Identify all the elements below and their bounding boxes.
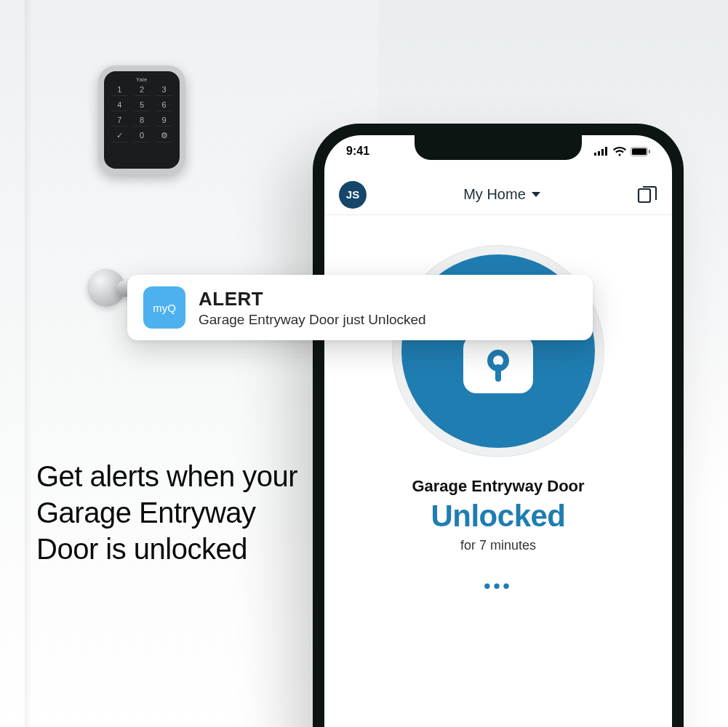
keypad-key: 4 bbox=[111, 100, 128, 111]
keypad-key: 8 bbox=[134, 116, 151, 126]
notification-toast[interactable]: myQ ALERT Garage Entryway Door just Unlo… bbox=[127, 275, 593, 340]
keypad-key: 5 bbox=[134, 100, 151, 111]
device-duration: for 7 minutes bbox=[460, 538, 536, 553]
keypad-brand: Yale bbox=[136, 77, 148, 82]
svg-rect-7 bbox=[639, 189, 650, 202]
svg-rect-6 bbox=[649, 150, 650, 153]
toast-message: Garage Entryway Door just Unlocked bbox=[199, 312, 426, 328]
smart-lock-keypad: Yale 1 2 3 4 5 6 7 8 9 ✓ 0 ⚙ bbox=[98, 65, 185, 174]
chevron-down-icon bbox=[532, 192, 540, 197]
svg-rect-0 bbox=[594, 153, 596, 156]
svg-rect-1 bbox=[598, 151, 600, 156]
keypad-key: 9 bbox=[156, 116, 172, 126]
keypad-key: 7 bbox=[111, 116, 128, 126]
keypad-key: ✓ bbox=[111, 131, 128, 142]
keypad-key: 6 bbox=[156, 100, 172, 111]
cellular-signal-icon bbox=[594, 147, 609, 156]
keypad-key: 1 bbox=[111, 85, 128, 96]
svg-rect-2 bbox=[601, 149, 604, 156]
app-header: JS My Home bbox=[324, 174, 672, 215]
rooms-icon[interactable] bbox=[637, 186, 657, 204]
keypad-key: 0 bbox=[134, 131, 151, 142]
keypad-key: ⚙ bbox=[156, 131, 172, 142]
device-name: Garage Entryway Door bbox=[412, 477, 584, 496]
wifi-icon bbox=[613, 147, 626, 156]
home-selector[interactable]: My Home bbox=[463, 186, 540, 203]
svg-rect-10 bbox=[495, 364, 501, 382]
marketing-caption: Get alerts when your Garage Entryway Doo… bbox=[36, 458, 298, 567]
toast-title: ALERT bbox=[199, 288, 426, 310]
keypad-key: 3 bbox=[156, 85, 172, 96]
svg-rect-5 bbox=[632, 148, 647, 155]
phone-screen: 9:41 JS My Home bbox=[324, 135, 672, 727]
battery-icon bbox=[631, 147, 650, 156]
more-options-button[interactable]: ••• bbox=[484, 575, 512, 598]
device-status: Unlocked bbox=[431, 499, 565, 534]
toast-app-icon: myQ bbox=[143, 286, 185, 329]
status-time: 9:41 bbox=[346, 145, 369, 158]
phone-frame: 9:41 JS My Home bbox=[313, 124, 684, 727]
phone-notch bbox=[415, 135, 582, 160]
svg-rect-3 bbox=[605, 147, 607, 156]
avatar[interactable]: JS bbox=[339, 181, 367, 209]
keypad-key: 2 bbox=[134, 85, 151, 96]
home-selector-label: My Home bbox=[463, 186, 526, 203]
